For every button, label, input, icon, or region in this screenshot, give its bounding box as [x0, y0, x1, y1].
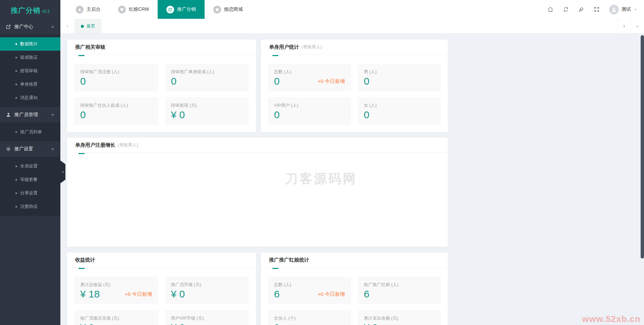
- sidebar-item-message-notice[interactable]: 消息通知: [0, 91, 60, 104]
- sidebar-collapse-handle[interactable]: [60, 160, 65, 183]
- scrollbar-track[interactable]: [641, 34, 644, 325]
- stat-total-revenue: 累计总收益 (元) ¥ 18 +0 今日新增: [74, 277, 158, 304]
- nav-tab-promotion-distribution[interactable]: 推广分销: [158, 0, 205, 19]
- stat-user-vip-upgrade: 用户VIP升级 (元) ¥ 0: [165, 310, 249, 325]
- sidebar-item-withdraw-audit[interactable]: 提现审核: [0, 64, 60, 78]
- chart-area: 刀客源码网: [67, 153, 448, 246]
- sidebar-submenu: 推广员列表: [0, 123, 60, 141]
- dot-icon: [15, 43, 17, 45]
- sidebar-item-label: 等级套餐: [20, 177, 38, 183]
- user-menu[interactable]: 测试: [609, 5, 637, 14]
- chevron-up-icon: [51, 113, 55, 117]
- dot-icon: [15, 131, 17, 133]
- chevron-up-icon: [51, 147, 55, 151]
- card-header: 推广相关审核: [67, 40, 256, 55]
- stat-pending-single-commission: 待审推广单身提成 (人) 0: [165, 64, 249, 91]
- share-icon: [166, 6, 174, 13]
- card-title: 收益统计: [75, 257, 95, 263]
- card-accent-dash: [78, 268, 85, 269]
- chevron-right-icon: [622, 24, 626, 29]
- sidebar-item-single-recommend[interactable]: 单身推荐: [0, 78, 60, 91]
- app-switch-tabs: 主后台 红娘CRM 推广分销 婚恋商城: [67, 0, 252, 19]
- stat-male-users: 男 (人) 0: [358, 64, 441, 91]
- sidebar-item-label: 注册协议: [20, 203, 38, 210]
- tabs-scroll-left-button[interactable]: [60, 19, 74, 33]
- sidebar-item-data-stats[interactable]: 数据统计: [0, 37, 60, 51]
- stat-today-new: +0 今日新增: [125, 291, 152, 297]
- scrollbar-thumb[interactable]: [641, 35, 644, 259]
- stat-pending-withdraw: 待审提现 (元) ¥ 0: [165, 97, 249, 125]
- card-accent-dash: [272, 268, 278, 269]
- dot-icon: [15, 84, 17, 85]
- refresh-icon[interactable]: [563, 6, 569, 12]
- sidebar-item-global-settings[interactable]: 全局设置: [0, 159, 60, 173]
- shop-icon: [213, 6, 221, 13]
- sidebar: 推广分销 v5.3 推广中心 数据统计 提成验证 提现审核 单身推荐: [0, 0, 60, 325]
- stat-value: ¥ 0: [171, 288, 185, 300]
- sidebar-section-label: 推广员管理: [14, 112, 38, 118]
- stat-label: 推广推广红娘 (人): [364, 282, 435, 288]
- stat-value: ¥ 0: [171, 322, 185, 325]
- chevron-left-icon: [61, 170, 65, 174]
- home-icon[interactable]: [547, 6, 553, 12]
- page-tab-home[interactable]: 首页: [74, 19, 102, 33]
- app-version: v5.3: [42, 9, 50, 14]
- sidebar-section-label: 推广中心: [14, 24, 33, 30]
- sidebar-item-label: 数据统计: [20, 41, 38, 47]
- tabs-scroll-right-button[interactable]: [617, 19, 631, 33]
- stat-pending-partner-commission: 待审推广合伙人提成 (人) 0: [74, 97, 158, 125]
- topbar: 主后台 红娘CRM 推广分销 婚恋商城: [60, 0, 644, 19]
- stat-value: 0: [80, 109, 86, 121]
- card-title: 单身用户注册增长: [75, 142, 115, 148]
- sidebar-section-promotion-settings[interactable]: 推广设置: [0, 141, 60, 157]
- topbar-tools: 测试: [547, 0, 644, 19]
- page-tabs-controls: [617, 19, 644, 33]
- stat-label: 累计总收益 (元): [80, 282, 152, 288]
- sidebar-item-share-settings[interactable]: 分享设置: [0, 186, 60, 200]
- share-icon: [6, 24, 11, 30]
- stat-promoter-activation-recharge: 推广员激活充值 (元) ¥ 0: [74, 310, 158, 325]
- sidebar-section-promoter-manage[interactable]: 推广员管理: [0, 107, 60, 123]
- card-body: 待审推广员注册 (人) 0 待审推广单身提成 (人) 0 待审推广合伙人提成 (…: [67, 55, 256, 125]
- card-header: 推广推广红娘统计: [261, 252, 448, 268]
- nav-tab-marriage-mall[interactable]: 婚恋商城: [205, 0, 252, 19]
- stat-value: 0: [274, 109, 280, 121]
- clear-cache-icon[interactable]: [578, 6, 584, 12]
- stat-label: 用户VIP升级 (元): [171, 315, 243, 321]
- stat-label: 累计支出余额 (元): [364, 315, 435, 321]
- card-accent-dash: [78, 55, 85, 56]
- nav-tab-label: 婚恋商城: [224, 6, 243, 12]
- card-title: 推广推广红娘统计: [269, 257, 309, 263]
- tabs-menu-button[interactable]: [631, 19, 644, 33]
- stat-label: 待审提现 (元): [171, 102, 243, 108]
- chevron-up-icon: [51, 25, 55, 29]
- sidebar-item-level-package[interactable]: 等级套餐: [0, 173, 60, 186]
- sidebar-item-label: 单身推荐: [20, 81, 38, 87]
- page-tabs-bar: 首页: [60, 19, 644, 34]
- stat-value: ¥ 0: [80, 322, 94, 325]
- dot-icon: [15, 166, 17, 167]
- app-logo: 推广分销 v5.3: [0, 0, 60, 19]
- sidebar-item-promoter-list[interactable]: 推广员列表: [0, 125, 60, 139]
- sidebar-item-commission-verify[interactable]: 提成验证: [0, 51, 60, 64]
- stat-value: 0: [171, 76, 177, 87]
- stat-label: 待审推广单身提成 (人): [171, 69, 243, 75]
- sidebar-item-register-agreement[interactable]: 注册协议: [0, 200, 60, 213]
- stat-label: 男 (人): [364, 69, 435, 75]
- card-revenue-stats: 收益统计 累计总收益 (元) ¥ 18 +0 今日新增 推广员升级 (元) ¥ …: [67, 252, 256, 325]
- nav-tab-label: 红娘CRM: [129, 6, 149, 12]
- stat-value: ¥ 0: [364, 322, 378, 325]
- caret-down-icon: [634, 8, 637, 11]
- stat-total-users: 总数 (人) 0 +0 今日新增: [268, 64, 351, 91]
- sidebar-section-promotion-center[interactable]: 推广中心: [0, 19, 60, 35]
- stat-label: 待审推广员注册 (人): [80, 69, 152, 75]
- nav-tab-main-admin[interactable]: 主后台: [67, 0, 109, 19]
- stat-pending-promoter-register: 待审推广员注册 (人) 0: [74, 64, 158, 91]
- sidebar-submenu: 数据统计 提成验证 提现审核 单身推荐 消息通知: [0, 35, 60, 107]
- chevron-down-icon: [635, 24, 640, 29]
- card-single-user-stats: 单身用户统计 (有推荐人) 总数 (人) 0 +0 今日新增 男 (人) 0 V…: [261, 40, 448, 132]
- nav-tab-matchmaker-crm[interactable]: 红娘CRM: [109, 0, 158, 19]
- fullscreen-icon[interactable]: [594, 6, 600, 12]
- card-body: 累计总收益 (元) ¥ 18 +0 今日新增 推广员升级 (元) ¥ 0 推广员…: [67, 268, 256, 325]
- stat-value: 6: [274, 288, 280, 300]
